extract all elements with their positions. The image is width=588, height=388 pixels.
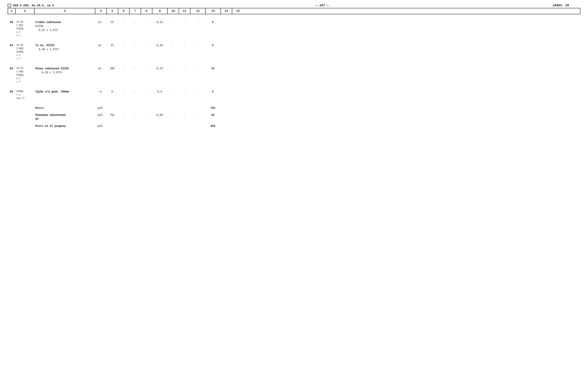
summary-c7	[129, 106, 141, 110]
table-row: 64 24-05I-86BССРОЦч.7т.7 То же, КII52 0,…	[8, 43, 580, 61]
col-header-9: 9	[152, 8, 168, 14]
summary-c7-final	[129, 124, 141, 128]
summary-c15	[232, 106, 243, 110]
col-header-2: 2	[16, 8, 35, 14]
row-c6: -	[118, 89, 129, 100]
row-c14	[220, 66, 232, 84]
row-c15	[232, 66, 243, 84]
row-c8: -	[141, 43, 152, 61]
row-c11: -	[179, 89, 190, 100]
summary-row-final: Итого по II разделу руб. 828	[8, 124, 580, 128]
col-header-4: 4	[95, 8, 107, 14]
col-header-11: 11	[179, 8, 190, 14]
row-unit: шт.	[95, 20, 107, 38]
summary-label-final: Итого по II разделу	[34, 124, 95, 128]
row-c9: 0,24	[152, 20, 167, 38]
table-row: 65 24-25I-696ССРОЦч.7т.7 Полка кабельная…	[8, 66, 580, 84]
col-header-14: 14	[221, 8, 232, 14]
row-c6: -	[118, 20, 129, 38]
summary-c8-final	[141, 124, 152, 128]
row-c13: 6	[205, 43, 220, 61]
summary-c15	[232, 124, 243, 128]
col-header-1: 1	[8, 8, 16, 14]
summary-num	[8, 106, 15, 110]
summary-c9-planned: 0,08	[152, 113, 167, 121]
row-unit: м	[95, 89, 107, 100]
row-number: 68	[8, 20, 15, 38]
row-description: Труба а/ц диам. I00мм	[34, 89, 95, 100]
summary-c14	[220, 124, 232, 128]
row-c9: 0,I4	[152, 66, 167, 84]
col-header-8: 8	[141, 8, 152, 14]
header: 908-I-200, Аа.IB.5, кв.8 — 247 — 19463- …	[8, 4, 580, 7]
row-c10: -	[167, 89, 179, 100]
col-header-3: 3	[35, 8, 95, 14]
col-header-5: 5	[107, 8, 118, 14]
row-c13: 6	[205, 20, 220, 38]
row-c6: -	[118, 66, 129, 84]
row-description: Стойка кабельная КII50 0,22 х I,072	[34, 20, 95, 38]
row-c6: -	[118, 43, 129, 61]
col-header-15: 15	[232, 8, 244, 14]
data-rows-container: 68 24-05I-86IССРОЦч.7т.7 Стойка кабельна…	[8, 20, 580, 128]
row-qty: 6	[107, 89, 118, 100]
col-header-12: 12	[190, 8, 206, 14]
col-header-13: 13	[206, 8, 221, 14]
row-c8: -	[141, 89, 152, 100]
table-row: 68 24-05I-86IССРОЦч.7т.7 Стойка кабельна…	[8, 20, 580, 38]
row-c14	[220, 20, 232, 38]
grid-wrapper: 1 2 3 4 5 6 7 8 9 10 11 12 13 14 15 68 2…	[8, 8, 580, 128]
summary-c10	[167, 106, 179, 110]
summary-row-planned: Плановые накопления8% руб. 762 - - - 0,0…	[8, 113, 580, 121]
header-left: 908-I-200, Аа.IB.5, кв.8	[8, 4, 54, 7]
row-c13: 5	[205, 89, 220, 100]
row-c12: -	[190, 43, 205, 61]
row-qty: I5	[107, 43, 118, 61]
summary-unit-itogo: руб.	[95, 106, 107, 110]
row-code: 24-05I-86IССРОЦч.7т.7	[15, 20, 34, 38]
row-c15	[232, 43, 243, 61]
summary-c7-planned: -	[129, 113, 141, 121]
row-c11: -	[179, 20, 190, 38]
row-c7: -	[129, 89, 141, 100]
summary-total-planned: 6I	[205, 113, 220, 121]
row-c8: -	[141, 66, 152, 84]
summary-c5-planned: 762	[107, 113, 118, 121]
row-c12: -	[190, 20, 205, 38]
table-row: 66 ССРОЦч.Iотр.77 Труба а/ц диам. I00мм …	[8, 89, 580, 100]
row-number: 66	[8, 89, 15, 100]
row-c15	[232, 20, 243, 38]
row-c14	[220, 89, 232, 100]
row-code: 24-25I-696ССРОЦч.7т.7	[15, 66, 34, 84]
row-c7: -	[129, 66, 141, 84]
summary-c6	[118, 106, 129, 110]
summary-c5	[107, 106, 118, 110]
row-c9: 0,9	[152, 89, 167, 100]
header-checkbox	[8, 4, 11, 7]
summary-c12	[190, 106, 205, 110]
summary-c11-final	[179, 124, 190, 128]
summary-c11-planned: -	[179, 113, 190, 121]
summary-total-itogo: 762	[205, 106, 220, 110]
header-right: 19463- 29	[553, 4, 569, 7]
col-header-10: 10	[168, 8, 179, 14]
header-title: 908-I-200, Аа.IB.5, кв.8	[13, 4, 54, 7]
summary-c9	[152, 106, 167, 110]
summary-code	[15, 106, 34, 110]
summary-c12-final	[190, 124, 205, 128]
row-c13: I4	[205, 66, 220, 84]
summary-c14	[220, 106, 232, 110]
row-description: Полка кабельная КII6I 0,IB х I,072=	[34, 66, 95, 84]
summary-code	[15, 113, 34, 121]
summary-c14	[220, 113, 232, 121]
row-c10: -	[167, 43, 179, 61]
summary-num	[8, 124, 15, 128]
summary-label-planned: Плановые накопления8%	[34, 113, 95, 121]
row-number: 65	[8, 66, 15, 84]
row-c14	[220, 43, 232, 61]
summary-code	[15, 124, 34, 128]
summary-unit-planned: руб.	[95, 113, 107, 121]
summary-c12-planned: -	[190, 113, 205, 121]
summary-c9-final	[152, 124, 167, 128]
summary-num	[8, 113, 15, 121]
